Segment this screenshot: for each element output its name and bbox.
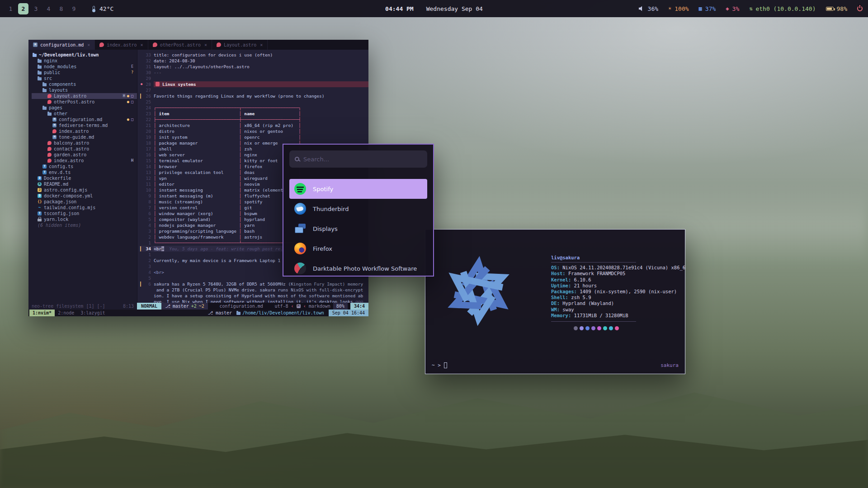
search-box[interactable] (289, 150, 427, 168)
tree-item-garden.astro[interactable]: garden.astro (32, 152, 137, 158)
tree-item-tsconfig.json[interactable]: Ttsconfig.json (32, 211, 137, 216)
workspace-3[interactable]: 3 (31, 3, 41, 14)
editor-line: 20│ distro │ nixos or gentoo │ (139, 128, 368, 134)
buffer-tabs: Mconfiguration.md×index.astro×otherPost.… (28, 40, 368, 50)
tmux-cwd-path: /home/liv/Development/liv.town (242, 310, 324, 316)
brightness-icon: ☀ (668, 6, 671, 11)
fetch-row-Packages: Packages: 1409 (nix-system), 2590 (nix-u… (551, 289, 685, 295)
tree-label: Dockerfile (44, 175, 71, 181)
ts-icon: T (42, 170, 47, 174)
close-icon[interactable]: × (260, 42, 263, 47)
workspace-4[interactable]: 4 (43, 3, 54, 14)
tree-item-Layout.astro[interactable]: Layout.astroH●□ (32, 93, 137, 99)
tree-item-pages[interactable]: pages (32, 105, 137, 111)
tree-item-tone-guide.md[interactable]: Mtone-guide.md (32, 134, 137, 140)
tree-item-otherPost.astro[interactable]: otherPost.astro●□ (32, 99, 137, 105)
editor-line: ●28Linux systems (139, 81, 368, 87)
clock-date: Wednesday Sep 04 (426, 5, 483, 12)
editor-line: 27 (139, 87, 368, 93)
workspace-9[interactable]: 9 (69, 3, 79, 14)
tree-item-layouts[interactable]: layouts (32, 87, 137, 93)
tree-item-config.ts[interactable]: Tconfig.ts (32, 164, 137, 169)
markdown-icon: M (297, 304, 301, 308)
tree-item-fediverse-terms.md[interactable]: Mfediverse-terms.md (32, 122, 137, 128)
close-icon[interactable]: × (141, 42, 143, 47)
tree-item-other[interactable]: other (32, 111, 137, 117)
workspace-1[interactable]: 1 (5, 3, 16, 14)
cpu-status[interactable]: ◈3% (726, 5, 739, 12)
tree-item-Dockerfile[interactable]: DDockerfile (32, 175, 137, 181)
tab-otherPost.astro[interactable]: otherPost.astro× (148, 40, 212, 50)
close-icon[interactable]: × (204, 42, 207, 47)
tree-item-yarn.lock[interactable]: yarn.lock (32, 216, 137, 222)
system-info: liv@sakura OS: NixOS 24.11.20240828.71e9… (551, 255, 685, 330)
tree-item-public[interactable]: public? (32, 70, 137, 75)
network-icon: ⇅ (749, 6, 752, 11)
palette-dot (580, 326, 584, 330)
editor-line: 24┌────────────────────────────────┬────… (139, 105, 368, 111)
tree-item-README.md[interactable]: RREADME.md (32, 181, 137, 187)
tab-label: otherPost.astro (160, 42, 201, 47)
launcher-entry-Thunderbird[interactable]: Thunderbird (289, 199, 427, 219)
entry-label: Firefox (313, 245, 332, 252)
temperature-widget[interactable]: 42°C (93, 5, 113, 12)
tab-label: Layout.astro (224, 42, 256, 47)
tree-label: fediverse-terms.md (59, 122, 108, 128)
tree-label: node_modules (44, 64, 76, 70)
tree-item-tailwind.config.mjs[interactable]: ~tailwind.config.mjs (32, 205, 137, 211)
tree-item-index.astro[interactable]: index.astroH (32, 158, 137, 164)
workspace-2[interactable]: 2 (18, 3, 28, 14)
launcher-entry-Firefox[interactable]: Firefox (289, 239, 427, 258)
tree-item-package.json[interactable]: {}package.json (32, 199, 137, 205)
shell-prompt[interactable]: ~ > (432, 362, 447, 368)
power-status[interactable] (857, 6, 863, 11)
search-icon (295, 157, 299, 161)
tab-index.astro[interactable]: index.astro× (95, 40, 148, 50)
tmux-window-1:nvim*[interactable]: 1:nvim* (29, 310, 55, 316)
folder-icon (33, 54, 37, 57)
launcher-entry-Displays[interactable]: Displays (289, 219, 427, 239)
astro-icon (47, 147, 52, 151)
entry-label: Spotify (313, 186, 333, 192)
tree-item-~/Development/liv.town[interactable]: ~/Development/liv.town (32, 52, 137, 58)
tree-label: ~/Development/liv.town (39, 52, 99, 58)
darktable-icon (294, 263, 306, 274)
network-status[interactable]: ⇅eth0 (10.0.0.140) (749, 5, 816, 12)
tab-Layout.astro[interactable]: Layout.astro× (212, 40, 268, 50)
tree-item-configuration.md[interactable]: Mconfiguration.md●□ (32, 117, 137, 122)
tmux-git-branch: master (216, 310, 232, 315)
tree-item-(6 hidden items)[interactable]: (6 hidden items) (32, 222, 137, 228)
tree-item-docker-compose.yml[interactable]: Ddocker-compose.yml (32, 193, 137, 199)
tree-item-balcony.astro[interactable]: balcony.astro (32, 140, 137, 146)
statusline-filename: configuration.md (208, 303, 275, 310)
tree-item-env.d.ts[interactable]: Tenv.d.ts (32, 169, 137, 175)
tree-item-node_modules[interactable]: node_modulesE (32, 64, 137, 70)
tree-item-nginx[interactable]: nginx (32, 58, 137, 64)
editor-line: 31layout: ../../layouts/otherPost.astro (139, 64, 368, 70)
workspace-8[interactable]: 8 (56, 3, 66, 14)
tree-item-src[interactable]: src (32, 75, 137, 81)
thermometer-icon (93, 6, 95, 11)
launcher-entry-Darktable Photo Workflow Software[interactable]: Darktable Photo Workflow Software (289, 258, 427, 277)
tmux-window-2:node[interactable]: 2:node (55, 310, 77, 316)
search-input[interactable] (303, 156, 422, 163)
tmux-window-3:lazygit[interactable]: 3:lazygit (77, 310, 108, 316)
editor-line: 21│ architecture │ x86_64 (rip m2 pro) │ (139, 122, 368, 128)
tree-item-components[interactable]: components (32, 81, 137, 87)
clock[interactable]: 04:44 PM Wednesday Sep 04 (385, 5, 483, 12)
tree-item-contact.astro[interactable]: contact.astro (32, 146, 137, 152)
tab-configuration.md[interactable]: Mconfiguration.md× (28, 40, 95, 50)
memory-status[interactable]: ▦37% (699, 5, 716, 12)
tree-item-index.astro[interactable]: index.astro (32, 128, 137, 134)
tree-label: package.json (44, 199, 76, 205)
git-badge: ? (131, 70, 133, 75)
launcher-entry-Spotify[interactable]: Spotify (289, 179, 427, 199)
battery-status[interactable]: 98% (826, 5, 847, 12)
tree-item-astro.config.mjs[interactable]: Jastro.config.mjs (32, 187, 137, 193)
workspace-switcher: 123489 (5, 3, 79, 14)
volume-status[interactable]: 36% (639, 5, 658, 12)
brightness-status[interactable]: ☀100% (668, 5, 689, 12)
scroll-percent: 80% (333, 303, 348, 310)
close-icon[interactable]: × (87, 42, 90, 47)
vim-mode-indicator: NORMAL (137, 303, 161, 310)
